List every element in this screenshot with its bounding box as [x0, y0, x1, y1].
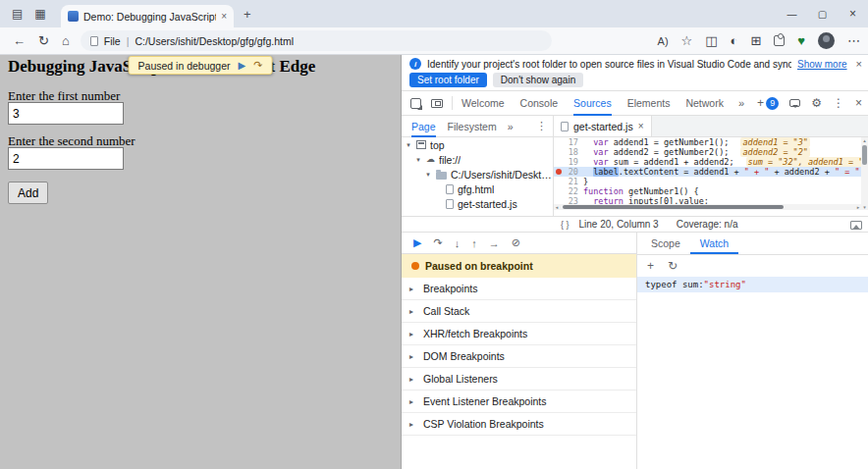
extensions-icon[interactable] — [774, 35, 785, 46]
step-over-icon[interactable]: ↷ — [433, 236, 442, 249]
section-xhr-fetch-breakpoints[interactable]: ▸XHR/fetch Breakpoints — [402, 323, 636, 345]
tree-item-c-users-ishit-desktop-gfg[interactable]: ▾C:/Users/ishit/Desktop/gfg — [402, 167, 553, 182]
resume-icon[interactable]: ▶ — [239, 60, 246, 71]
browser-tab[interactable]: Demo: Debugging JavaScript wit × — [61, 5, 234, 27]
window-close-button[interactable]: × — [838, 7, 868, 21]
settings-more-icon[interactable]: ⋯ — [847, 33, 860, 48]
minimize-button[interactable]: — — [777, 9, 807, 20]
code-line-20[interactable]: 20 label.textContent = addend1 + " + " +… — [554, 167, 861, 177]
refresh-icon[interactable]: ↻ — [38, 33, 49, 48]
watch-expression[interactable]: typeof sum: "string" — [637, 277, 868, 292]
address-bar[interactable]: File | C:/Users/ishit/Desktop/gfg/gfg.ht… — [81, 30, 552, 51]
image-icon[interactable] — [850, 221, 862, 230]
code-text[interactable]: var sum = addend1 + addend2;sum = "32", … — [583, 157, 861, 167]
section-call-stack[interactable]: ▸Call Stack — [402, 300, 636, 323]
section-dom-breakpoints[interactable]: ▸DOM Breakpoints — [402, 345, 636, 368]
devtools-tab-welcome[interactable]: Welcome — [461, 91, 505, 116]
favorites-icon[interactable]: ☆ — [681, 33, 693, 48]
vertical-scroll-thumb[interactable] — [862, 145, 867, 165]
more-tabs-icon[interactable]: » — [738, 97, 744, 109]
resume-icon[interactable]: ▶ — [413, 236, 421, 249]
scroll-up-icon[interactable]: ▴ — [863, 137, 866, 143]
sources-nav-tab-filesystem[interactable]: Filesystem — [448, 116, 497, 137]
step-icon[interactable]: → — [489, 237, 500, 249]
tab-watch[interactable]: Watch — [690, 233, 738, 254]
browser-essentials-icon[interactable]: ♥ — [797, 33, 805, 48]
breakpoint-marker[interactable] — [554, 169, 564, 175]
editor-vertical-scrollbar[interactable]: ▴ ▾ — [861, 137, 868, 210]
line-number[interactable]: 22 — [564, 186, 583, 196]
devtools-tab-network[interactable]: Network — [685, 91, 724, 116]
tree-item-top[interactable]: ▾top — [402, 137, 553, 152]
editor-tab-close-icon[interactable]: × — [638, 121, 644, 131]
back-icon[interactable]: ← — [13, 33, 26, 48]
editor-tab-get-started-js[interactable]: get-started.js × — [554, 116, 652, 136]
code-text[interactable]: function getNumber1() { — [583, 186, 861, 196]
scroll-down-icon[interactable]: ▾ — [863, 204, 866, 210]
devtools-tab-console[interactable]: Console — [520, 91, 559, 116]
collections-icon[interactable]: ⊞ — [750, 33, 761, 48]
line-number[interactable]: 21 — [564, 177, 583, 186]
tree-item-file[interactable]: ▾☁file:// — [402, 152, 553, 167]
line-number[interactable]: 23 — [564, 196, 583, 204]
line-number[interactable]: 17 — [564, 137, 583, 147]
tab-scope[interactable]: Scope — [641, 233, 690, 254]
show-more-link[interactable]: Show more — [797, 59, 847, 70]
copilot-icon[interactable]: ◐ — [731, 33, 738, 48]
step-over-icon[interactable]: ↷ — [253, 59, 262, 72]
code-line-22[interactable]: 22function getNumber1() { — [554, 186, 861, 196]
section-event-listener-breakpoints[interactable]: ▸Event Listener Breakpoints — [402, 391, 636, 413]
navigator-menu-icon[interactable]: ⋮ — [536, 120, 547, 132]
line-number[interactable]: 20 — [564, 167, 583, 177]
code-text[interactable]: var addend1 = getNumber1();addend1 = "3" — [583, 137, 861, 147]
feedback-icon[interactable] — [789, 99, 800, 107]
dont-show-again-button[interactable]: Don't show again — [493, 73, 583, 87]
page-info-icon[interactable] — [90, 36, 98, 46]
section-global-listeners[interactable]: ▸Global Listeners — [402, 368, 636, 391]
device-toolbar-icon[interactable] — [431, 99, 443, 108]
profile-avatar[interactable] — [818, 32, 835, 49]
section-csp-violation-breakpoints[interactable]: ▸CSP Violation Breakpoints — [402, 413, 636, 436]
pretty-print-icon[interactable]: { } — [561, 220, 570, 230]
add-button[interactable]: Add — [8, 182, 48, 204]
devtools-close-icon[interactable]: × — [855, 96, 862, 110]
section-breakpoints[interactable]: ▸Breakpoints — [402, 278, 636, 300]
code-text[interactable]: return inputs[0].value; — [583, 196, 861, 204]
settings-gear-icon[interactable]: ⚙ — [811, 96, 822, 110]
tree-item-gfg-html[interactable]: gfg.html — [402, 182, 553, 196]
read-aloud-icon[interactable]: A) — [658, 35, 669, 47]
code-line-19[interactable]: 19 var sum = addend1 + addend2;sum = "32… — [554, 157, 861, 167]
code-text[interactable]: } — [583, 177, 861, 186]
editor-horizontal-scrollbar[interactable]: ◂ ▸ — [554, 204, 861, 210]
infobar-close-icon[interactable]: × — [856, 58, 862, 70]
code-line-23[interactable]: 23 return inputs[0].value; — [554, 196, 861, 204]
line-number[interactable]: 18 — [564, 147, 583, 157]
devtools-tab-sources[interactable]: Sources — [573, 91, 612, 116]
split-screen-icon[interactable]: ◫ — [705, 33, 717, 48]
code-text[interactable]: var addend2 = getNumber2();addend2 = "2" — [583, 147, 861, 157]
scroll-right-icon[interactable]: ▸ — [855, 204, 861, 210]
second-number-input[interactable] — [8, 147, 124, 170]
tab-close-icon[interactable]: × — [221, 11, 227, 22]
sources-nav-tab-page[interactable]: Page — [411, 116, 436, 137]
step-into-icon[interactable]: ↓ — [455, 237, 461, 249]
devtools-tab-elements[interactable]: Elements — [627, 91, 671, 116]
line-number[interactable]: 19 — [564, 157, 583, 167]
tree-item-get-started-js[interactable]: get-started.js — [402, 196, 553, 211]
set-root-folder-button[interactable]: Set root folder — [409, 73, 487, 87]
devtools-menu-icon[interactable]: ⋮ — [833, 96, 844, 110]
home-icon[interactable]: ⌂ — [62, 33, 70, 48]
add-watch-icon[interactable]: + — [647, 259, 654, 273]
horizontal-scroll-thumb[interactable] — [563, 205, 784, 209]
code-view[interactable]: 17 var addend1 = getNumber1();addend1 = … — [554, 137, 861, 204]
first-number-input[interactable] — [8, 102, 124, 125]
code-text[interactable]: label.textContent = addend1 + " + " + ad… — [583, 167, 861, 177]
maximize-button[interactable]: ▢ — [807, 9, 838, 20]
deactivate-breakpoints-icon[interactable]: ⊘ — [512, 236, 520, 249]
refresh-watch-icon[interactable]: ↻ — [668, 259, 678, 273]
code-line-18[interactable]: 18 var addend2 = getNumber2();addend2 = … — [554, 147, 861, 157]
workspaces-icon[interactable]: ▦ — [34, 7, 45, 21]
step-out-icon[interactable]: ↑ — [471, 237, 477, 249]
new-tab-button[interactable]: + — [244, 7, 251, 22]
tab-actions-icon[interactable]: ▤ — [12, 7, 23, 21]
